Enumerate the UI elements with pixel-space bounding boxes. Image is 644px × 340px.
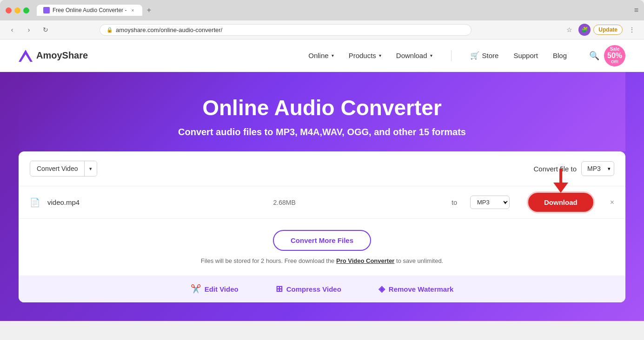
converter-toolbar: Convert Video ▾ Convert file to MP3 M4A … [19,151,625,186]
main-nav: AmoyShare Online ▾ Products ▾ Download ▾… [0,39,644,72]
edit-video-icon: ✂️ [191,284,201,294]
storage-note-prefix: Files will be stored for 2 hours. Free d… [201,257,335,264]
address-bar: ‹ › ↻ 🔒 amoyshare.com/online-audio-conve… [0,20,644,39]
browser-chrome: Free Online Audio Converter - × + ≡ ‹ › … [0,0,644,39]
nav-support[interactable]: Support [513,52,538,59]
format-select[interactable]: MP3 M4A WAV OGG [581,161,614,176]
tool-edit-video[interactable]: ✂️ Edit Video [191,284,239,294]
sale-badge[interactable]: Sale 50% Off! [604,45,625,66]
convert-type-label: Convert Video [30,161,84,176]
tool-remove-watermark[interactable]: ◈ Remove Watermark [378,284,454,294]
traffic-light-red[interactable] [6,7,12,13]
remove-watermark-label: Remove Watermark [389,285,454,293]
nav-online[interactable]: Online ▾ [308,52,333,59]
browser-titlebar: Free Online Audio Converter - × + ≡ [0,0,644,20]
nav-links: Online ▾ Products ▾ Download ▾ 🛒 Store S… [308,50,599,61]
file-format-select[interactable]: MP3 M4A WAV OGG [470,196,510,209]
format-select-wrapper: MP3 M4A WAV OGG [581,161,614,176]
tab-favicon [43,7,50,13]
bottom-tools: ✂️ Edit Video ⊞ Compress Video ◈ Remove … [19,275,625,302]
storage-note: Files will be stored for 2 hours. Free d… [30,257,614,264]
search-icon[interactable]: 🔍 [589,51,599,61]
tab-title: Free Online Audio Converter - [53,7,126,13]
file-name: video.mp4 [47,198,117,206]
browser-more-btn[interactable]: ≡ [634,6,638,14]
url-bar[interactable]: 🔒 amoyshare.com/online-audio-converter/ [100,24,471,36]
traffic-lights [6,7,29,13]
active-tab[interactable]: Free Online Audio Converter - × [37,5,142,16]
extensions-btn[interactable]: 🧩 [578,24,591,36]
tool-compress-video[interactable]: ⊞ Compress Video [276,284,341,294]
converter-wrapper: Online Audio Converter Convert audio fil… [0,72,644,321]
store-label: Store [482,52,499,59]
convert-more-section: Convert More Files Files will be stored … [19,219,625,275]
file-size: 2.68MB [125,199,444,206]
cart-icon: 🛒 [470,51,479,60]
arrow-stem [559,169,562,183]
pro-converter-link[interactable]: Pro Video Converter [336,257,394,264]
logo-text: AmoyShare [36,50,88,61]
file-to-label: to [451,199,457,206]
logo-icon [19,50,33,62]
nav-download[interactable]: Download ▾ [396,52,432,59]
convert-type-arrow-icon[interactable]: ▾ [84,161,97,176]
hero-title: Online Audio Converter [37,95,607,120]
arrow-head [553,183,568,193]
extensions-icon: 🧩 [581,26,588,33]
edit-video-label: Edit Video [205,285,239,293]
download-chevron-icon: ▾ [430,53,432,58]
red-arrow-indicator [553,169,568,193]
browser-actions: ☆ 🧩 Update ⋮ [563,23,638,36]
traffic-light-green[interactable] [23,7,29,13]
traffic-light-yellow[interactable] [14,7,20,13]
url-text: amoyshare.com/online-audio-converter/ [116,26,222,33]
refresh-button[interactable]: ↻ [39,23,52,36]
nav-blog[interactable]: Blog [553,52,567,59]
hero-section: Online Audio Converter Convert audio fil… [19,72,625,151]
file-format-wrapper: MP3 M4A WAV OGG [467,196,510,209]
browser-menu-btn[interactable]: ⋮ [625,23,638,36]
website: AmoyShare Online ▾ Products ▾ Download ▾… [0,39,644,321]
storage-note-suffix: to save unlimited. [396,257,443,264]
forward-button[interactable]: › [22,23,35,36]
new-tab-btn[interactable]: + [142,4,155,17]
download-button[interactable]: Download [528,193,593,212]
nav-products[interactable]: Products ▾ [349,52,381,59]
hero-subtitle: Convert audio files to MP3, M4A,WAV, OGG… [37,127,607,137]
products-chevron-icon: ▾ [379,53,381,58]
file-icon: 📄 [30,197,40,208]
download-area: Download [528,193,593,212]
logo[interactable]: AmoyShare [19,50,88,62]
sale-off: Off! [611,59,618,65]
tab-bar: Free Online Audio Converter - × + [37,4,631,17]
convert-more-button[interactable]: Convert More Files [273,230,371,251]
tab-close-btn[interactable]: × [129,7,136,13]
file-row: 📄 video.mp4 2.68MB to MP3 M4A WAV OGG [19,186,625,219]
file-remove-icon[interactable]: × [610,198,614,207]
online-chevron-icon: ▾ [332,53,334,58]
convert-file-to: Convert file to MP3 M4A WAV OGG [533,161,614,176]
converter-box: Convert Video ▾ Convert file to MP3 M4A … [19,151,625,302]
back-button[interactable]: ‹ [6,23,19,36]
bookmark-btn[interactable]: ☆ [563,23,576,36]
remove-watermark-icon: ◈ [378,284,385,294]
update-button[interactable]: Update [593,25,623,35]
nav-store[interactable]: 🛒 Store [470,51,499,60]
lock-icon: 🔒 [106,27,113,33]
nav-divider [451,50,451,61]
compress-video-label: Compress Video [286,285,341,293]
sale-percent: 50% [607,52,622,59]
convert-type-button[interactable]: Convert Video ▾ [30,161,97,177]
compress-video-icon: ⊞ [276,284,283,294]
